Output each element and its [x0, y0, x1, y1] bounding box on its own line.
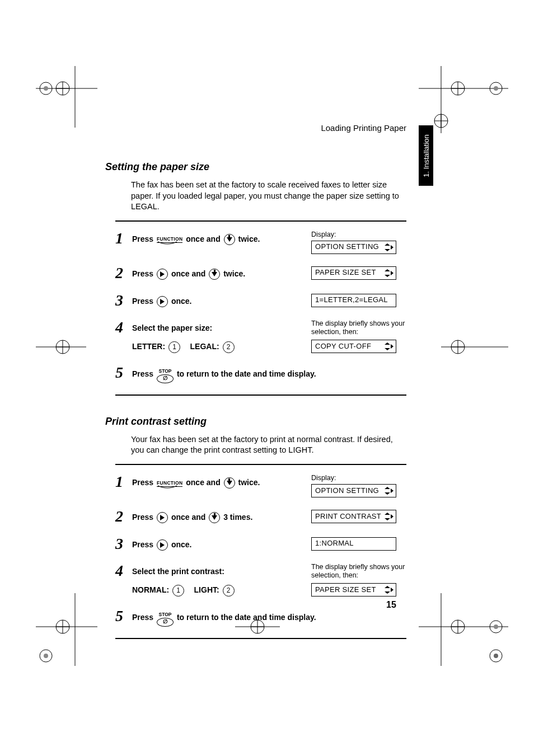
crop-mark-icon: [36, 330, 86, 364]
page-number: 15: [386, 600, 396, 610]
step-row: 1 Press FUNCTION once and twice. Display…: [115, 225, 406, 260]
right-key-icon: [157, 269, 168, 280]
step-instruction: Press once and twice.: [132, 265, 311, 281]
step-instruction: Press FUNCTION once and twice.: [132, 231, 311, 247]
lcd-display: PAPER SIZE SET: [311, 266, 396, 280]
svg-point-45: [494, 654, 498, 658]
nav-arrows-icon: [385, 342, 394, 350]
step-instruction: Press STOP ∅ to return to the date and t…: [132, 365, 406, 383]
step-row: 2 Press once and 3 times. PRINT CONTRAST: [115, 503, 406, 530]
display-label: Display:: [311, 231, 336, 238]
nav-arrows-icon: [385, 513, 394, 520]
section-title: Print contrast setting: [105, 416, 406, 428]
function-key-icon: FUNCTION: [157, 234, 182, 245]
step-instruction: Press FUNCTION once and twice.: [132, 474, 311, 490]
stop-key-icon: STOP ∅: [157, 366, 174, 383]
display-note: The display briefly shows your selection…: [311, 320, 406, 336]
step-number: 4: [115, 320, 132, 335]
lcd-display: PRINT CONTRAST: [311, 510, 396, 523]
svg-marker-55: [385, 487, 390, 489]
svg-marker-59: [385, 518, 390, 520]
nav-arrows-icon: [385, 269, 394, 277]
down-key-icon: [209, 269, 220, 280]
svg-marker-62: [385, 591, 390, 594]
nav-arrows-icon: [385, 487, 394, 495]
crop-mark-icon: [441, 330, 508, 364]
page-header: Loading Printing Paper: [321, 123, 406, 133]
section-title: Setting the paper size: [105, 161, 406, 173]
crop-mark-icon: [419, 66, 508, 133]
svg-marker-63: [391, 588, 394, 592]
step-number: 1: [115, 231, 132, 246]
keypad-2-icon: 2: [223, 341, 235, 353]
svg-point-3: [44, 86, 48, 91]
function-key-icon: FUNCTION: [157, 478, 182, 489]
step-number: 2: [115, 509, 132, 524]
svg-marker-53: [385, 348, 390, 350]
svg-marker-49: [385, 269, 390, 271]
step-instruction: Press once.: [132, 293, 311, 309]
lcd-display: COPY CUT-OFF: [311, 340, 396, 353]
right-key-icon: [157, 296, 168, 307]
step-number: 2: [115, 265, 132, 281]
display-label: Display:: [311, 474, 336, 482]
display-note: The display briefly shows your selection…: [311, 563, 406, 580]
step-instruction: Press once and 3 times.: [132, 509, 311, 525]
step-number: 3: [115, 293, 132, 308]
step-row: 5 Press STOP ∅ to return to the date and…: [115, 603, 406, 632]
down-key-icon: [224, 477, 235, 489]
step-row: 2 Press once and twice. PAPER SIZE SET: [115, 260, 406, 287]
svg-marker-61: [385, 586, 390, 588]
svg-marker-51: [391, 271, 394, 275]
crop-mark-icon: [419, 593, 508, 666]
keypad-1-icon: 1: [168, 341, 180, 353]
svg-marker-54: [391, 344, 394, 349]
step-row: 3 Press once. 1=LETTER,2=LEGAL: [115, 287, 406, 314]
crop-mark-icon: [36, 593, 97, 666]
lcd-display: PAPER SIZE SET: [311, 583, 396, 597]
svg-marker-47: [385, 249, 390, 251]
step-instruction: Select the paper size: LETTER: 1 LEGAL: …: [132, 320, 311, 354]
step-instruction: Press once.: [132, 536, 311, 552]
step-number: 3: [115, 536, 132, 552]
svg-marker-57: [391, 489, 394, 493]
lcd-display: OPTION SETTING: [311, 484, 396, 497]
svg-point-32: [44, 654, 48, 658]
stop-key-icon: STOP ∅: [157, 609, 174, 626]
step-row: 3 Press once. 1:NORMAL: [115, 530, 406, 558]
svg-marker-50: [385, 275, 390, 277]
svg-marker-58: [385, 513, 390, 515]
lcd-display: 1:NORMAL: [311, 537, 396, 551]
step-number: 4: [115, 563, 132, 579]
section-intro: Your fax has been set at the factory to …: [131, 434, 406, 456]
svg-marker-52: [385, 342, 390, 345]
step-number: 5: [115, 365, 132, 381]
down-key-icon: [209, 512, 220, 523]
crop-mark-icon: [36, 66, 97, 128]
nav-arrows-icon: [385, 243, 394, 251]
svg-point-13: [494, 86, 498, 91]
step-number: 1: [115, 474, 132, 490]
step-instruction: Press STOP ∅ to return to the date and t…: [132, 608, 406, 626]
step-instruction: Select the print contrast: NORMAL: 1 LIG…: [132, 563, 311, 597]
right-key-icon: [157, 512, 168, 523]
svg-marker-60: [391, 514, 394, 519]
step-row: 4 Select the paper size: LETTER: 1 LEGAL…: [115, 314, 406, 359]
down-key-icon: [224, 234, 235, 245]
steps-box: 1 Press FUNCTION once and twice. Display…: [115, 220, 406, 396]
keypad-1-icon: 1: [172, 585, 184, 597]
steps-box: 1 Press FUNCTION once and twice. Display…: [115, 464, 406, 639]
svg-marker-46: [385, 243, 390, 246]
svg-marker-56: [385, 492, 390, 495]
section-intro: The fax has been set at the factory to s…: [131, 180, 406, 213]
lcd-display: 1=LETTER,2=LEGAL: [311, 294, 396, 307]
lcd-display: OPTION SETTING: [311, 241, 396, 254]
svg-marker-48: [391, 245, 394, 250]
right-key-icon: [157, 539, 168, 551]
keypad-2-icon: 2: [223, 585, 235, 597]
chapter-tab: 1. Installation: [419, 125, 433, 186]
nav-arrows-icon: [385, 586, 394, 594]
step-row: 4 Select the print contrast: NORMAL: 1 L…: [115, 557, 406, 603]
svg-point-43: [494, 624, 498, 629]
step-number: 5: [115, 608, 132, 624]
